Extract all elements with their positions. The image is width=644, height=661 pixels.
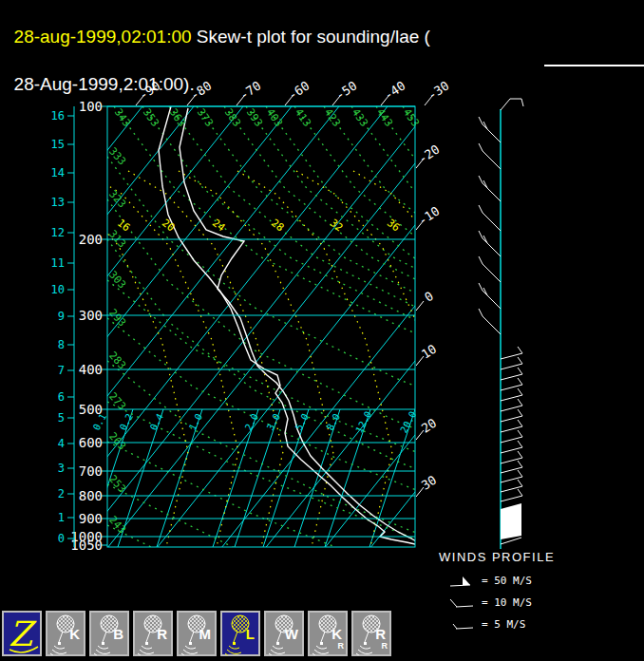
isotherm-right-label: -10 [416, 204, 443, 228]
toolbar-button-M[interactable]: M [177, 611, 217, 656]
skewt-plot-canvas: -90-80-70-60-50-40-30-20-1001020300.10.2… [0, 0, 644, 608]
radiosonde-balloon-icon [223, 614, 261, 655]
isotherm-top-label: -80 [188, 79, 215, 103]
toolbar-button-R-r[interactable]: RR [351, 611, 391, 656]
height-km-label: 3 [58, 462, 65, 475]
radiosonde-balloon-icon [311, 614, 349, 655]
temperature-trace [180, 108, 420, 543]
height-km-label: 11 [51, 256, 65, 270]
theta-top-label: 353 [141, 106, 161, 129]
theta-top-label: 343 [112, 106, 133, 129]
height-km-label: 9 [58, 310, 65, 323]
pressure-label: 100 [79, 99, 103, 114]
pressure-label: 300 [79, 308, 103, 323]
mixing-ratio-label: 5.0 [294, 412, 311, 432]
toolbar-button-W[interactable]: W [264, 611, 304, 656]
isotherm-right-label: -20 [416, 142, 443, 166]
theta-top-label: 433 [350, 106, 370, 129]
height-km-label: 10 [51, 283, 65, 296]
height-km-label: 2 [58, 487, 65, 500]
radiosonde-balloon-icon [136, 614, 174, 655]
theta-left-label: 283 [106, 349, 128, 371]
theta-top-label: 453 [401, 106, 422, 129]
theta-top-label: 413 [293, 106, 313, 129]
toolbar-button-R[interactable]: R [133, 611, 173, 656]
pressure-label: 600 [79, 435, 103, 450]
mixing-ratio-label: 3.0 [265, 412, 282, 432]
toolbar-button-K[interactable]: K [46, 611, 85, 656]
pressure-label: 800 [79, 488, 103, 503]
pressure-label: 700 [79, 463, 103, 479]
pressure-label: 400 [79, 362, 103, 377]
svg-text:Z: Z [9, 614, 37, 653]
theta-top-label: 373 [195, 106, 216, 129]
wind-barb-10-icon [445, 596, 479, 610]
height-km-label: 5 [58, 411, 65, 425]
toolbar-button-B[interactable]: B [89, 611, 129, 656]
height-km-label: 6 [58, 390, 65, 404]
mixing-ratio-label: 0.2 [118, 412, 135, 432]
height-km-label: 1 [58, 511, 65, 524]
theta-left-label: 333 [106, 145, 128, 167]
height-km-label: 16 [51, 109, 65, 123]
toolbar: ZKBRMLWKRRR [0, 609, 644, 661]
isotherm-top-label: -30 [426, 79, 452, 103]
height-km-label: 7 [58, 364, 65, 377]
height-km-label: 15 [51, 138, 65, 151]
wind-flag-50-icon [445, 575, 479, 588]
theta-top-label: 403 [264, 106, 285, 129]
pressure-label: 200 [79, 232, 103, 247]
moist-adiabat-label: 32 [328, 217, 345, 234]
theta-top-label: 393 [244, 106, 265, 129]
skewt-app-window: { "header": { "date_time": "28-aug-1999,… [0, 0, 644, 661]
legend-label: = 10 M/S [482, 596, 532, 609]
toolbar-button-Z[interactable]: Z [2, 611, 42, 656]
moist-adiabat-label: 28 [269, 217, 286, 234]
theta-top-label: 423 [322, 106, 343, 129]
legend-label: = 50 M/S [482, 575, 532, 587]
isotherm-top-label: -90 [137, 79, 163, 103]
legend-row-50ms: = 50 M/S [445, 570, 532, 592]
theta-left-label: 253 [106, 473, 128, 495]
mixing-ratio-label: 1.0 [187, 412, 204, 432]
height-km-label: 8 [58, 338, 65, 351]
isotherm-top-label: -70 [237, 79, 264, 103]
height-km-label: 12 [51, 226, 65, 239]
radiosonde-balloon-icon [48, 614, 86, 655]
height-km-label: 14 [51, 166, 65, 179]
radiosonde-balloon-icon [354, 614, 392, 655]
isotherm-top-label: -60 [286, 79, 313, 103]
pressure-label: 500 [79, 402, 103, 417]
theta-left-label: 293 [106, 307, 128, 329]
moist-adiabat-label: 20 [160, 217, 177, 234]
height-km-label: 0 [58, 532, 65, 545]
isotherm-right-label: 0 [422, 289, 436, 305]
height-km-label: 13 [51, 196, 65, 209]
winds-profile-label: WINDS PROFILE [439, 550, 555, 564]
isotherm-top-label: -40 [382, 79, 408, 103]
toolbar-button-K-r[interactable]: KR [308, 611, 348, 656]
radiosonde-balloon-icon [267, 614, 305, 655]
pressure-label: 1050 [70, 538, 103, 553]
zebra-logo-icon: Z [5, 614, 43, 655]
pressure-label: 900 [79, 511, 103, 526]
radiosonde-balloon-icon [180, 614, 218, 655]
theta-left-label: 323 [106, 188, 128, 210]
toolbar-button-L[interactable]: L [220, 611, 260, 656]
theta-left-label: 243 [106, 514, 128, 536]
radiosonde-balloon-icon [92, 614, 130, 655]
height-km-label: 4 [58, 437, 65, 450]
theta-top-label: 443 [374, 106, 395, 129]
moist-adiabat-label: 36 [385, 217, 402, 234]
mixing-ratio-label: 12.0 [353, 409, 373, 434]
isotherm-top-label: -50 [333, 79, 360, 103]
wind-barb-cluster [501, 503, 521, 539]
theta-left-label: 303 [106, 269, 128, 291]
